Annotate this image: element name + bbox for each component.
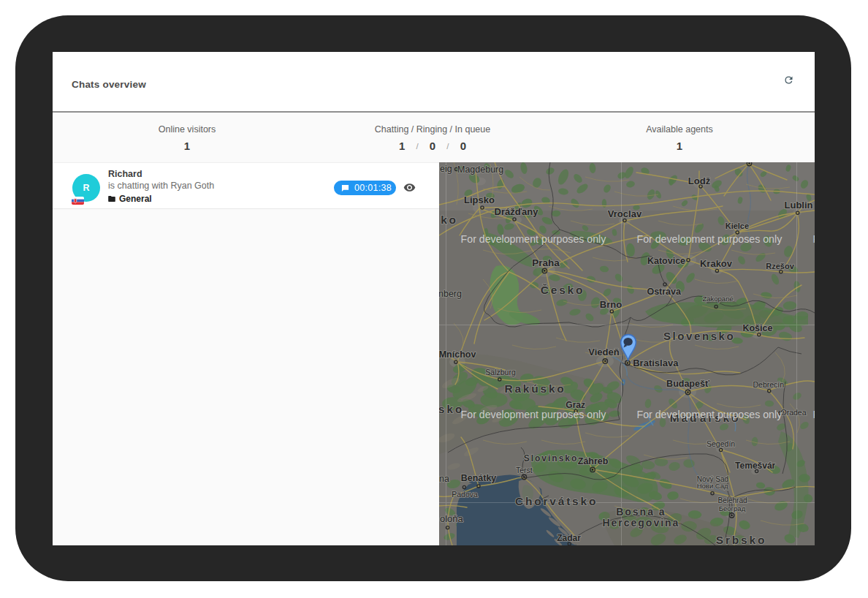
svg-text:nberg: nberg — [439, 289, 462, 299]
svg-text:Srbsko: Srbsko — [716, 534, 766, 546]
svg-text:Debrecín: Debrecín — [753, 380, 784, 389]
svg-text:Česko: Česko — [541, 284, 585, 296]
svg-text:Bratislava: Bratislava — [633, 357, 679, 368]
svg-text:For development purposes only: For development purposes only — [637, 233, 783, 245]
svg-text:Vroclav: Vroclav — [608, 208, 642, 219]
svg-text:Нови Сад: Нови Сад — [697, 482, 728, 490]
svg-text:Benátky: Benátky — [461, 473, 497, 483]
svg-text:Terst: Terst — [516, 466, 533, 474]
svg-text:Kielce: Kielce — [726, 222, 749, 230]
svg-text:Temešvár: Temešvár — [735, 461, 775, 471]
svg-text:Београд: Београд — [719, 504, 746, 512]
svg-text:ko: ko — [441, 213, 458, 226]
svg-text:Oradea: Oradea — [780, 408, 806, 417]
svg-text:Rakúsko: Rakúsko — [504, 382, 566, 395]
svg-text:For development purposes only: For development purposes only — [461, 233, 607, 245]
svg-text:Hercegovina: Hercegovina — [602, 517, 679, 529]
svg-text:Lodž: Lodž — [688, 175, 711, 186]
svg-text:Lipsko: Lipsko — [464, 194, 495, 205]
svg-text:Viedeň: Viedeň — [588, 347, 619, 357]
svg-text:eig: eig — [440, 164, 452, 174]
svg-text:Brno: Brno — [600, 299, 622, 310]
svg-text:Katovice: Katovice — [647, 256, 685, 266]
svg-text:na: na — [439, 474, 449, 484]
svg-text:Padova: Padova — [452, 490, 478, 499]
svg-text:Slovensko: Slovensko — [663, 330, 735, 342]
svg-text:Krakov: Krakov — [700, 258, 733, 269]
svg-text:For development purposes only: For development purposes only — [461, 409, 607, 420]
svg-text:Košice: Košice — [742, 323, 772, 333]
svg-text:Ostrava: Ostrava — [647, 287, 682, 297]
svg-text:Salzburg: Salzburg — [485, 368, 516, 376]
svg-text:Chorvátsko: Chorvátsko — [515, 495, 598, 507]
svg-text:Magdeburg: Magdeburg — [457, 164, 503, 175]
svg-text:Lublin: Lublin — [785, 200, 813, 211]
svg-text:Budapešť: Budapešť — [666, 379, 709, 389]
svg-text:Mníchov: Mníchov — [439, 349, 476, 360]
svg-text:For development purposes only: For development purposes only — [812, 409, 815, 420]
svg-text:For development purposes only: For development purposes only — [812, 233, 815, 245]
svg-text:Slovinsko: Slovinsko — [524, 453, 579, 463]
svg-text:Rzešov: Rzešov — [766, 262, 794, 270]
svg-text:Belehrad: Belehrad — [717, 496, 747, 504]
svg-text:Zadar: Zadar — [557, 533, 581, 543]
svg-text:Záhreb: Záhreb — [578, 456, 609, 466]
svg-text:Drážďany: Drážďany — [495, 206, 539, 217]
svg-text:oloňa: oloňa — [440, 513, 464, 524]
svg-text:Segedín: Segedín — [707, 439, 735, 448]
svg-text:Zakopané: Zakopané — [702, 295, 733, 303]
svg-text:Praha: Praha — [532, 257, 560, 268]
svg-text:For development purposes only: For development purposes only — [637, 409, 783, 420]
